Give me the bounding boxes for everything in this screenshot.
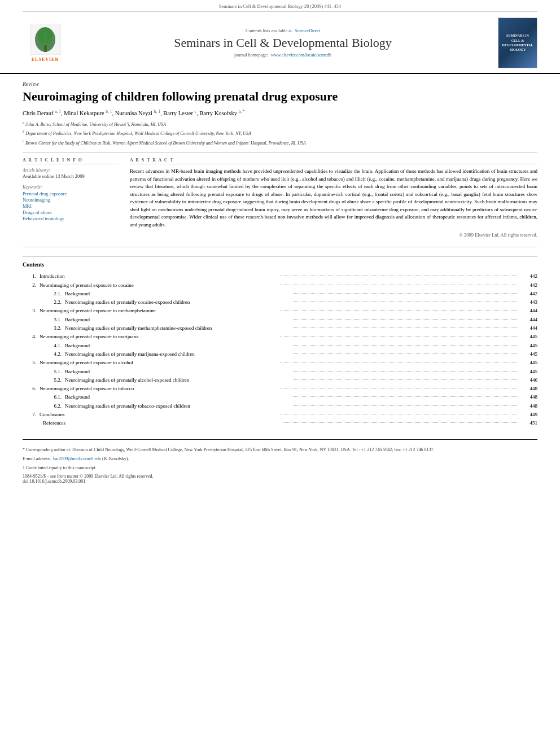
contents-title: Contents [23, 261, 537, 268]
copyright-line: © 2009 Elsevier Ltd. All rights reserved… [130, 232, 537, 238]
contributed-equally-note: 1 Contributed equally to this manuscript… [23, 465, 537, 471]
affiliation-1: a John A. Burns School of Medicine, Univ… [23, 120, 537, 128]
journal-center: Contents lists available at ScienceDirec… [68, 28, 498, 58]
article-info-col: A R T I C L E I N F O Article history: A… [23, 158, 119, 238]
abstract-text: Recent advances in MR-based brain imagin… [130, 168, 537, 229]
toc-item-4-1: 4.1. Background 445 [23, 342, 537, 350]
keyword-5: Behavioral teratology [23, 216, 119, 221]
toc-item-6-2: 6.2. Neuroimaging studies of prenatally … [23, 402, 537, 410]
history-label: Article history: [23, 168, 119, 173]
author-3: Nurunisa Neyzi b, 1 [115, 110, 160, 116]
available-online: Available online 13 March 2009 [23, 173, 119, 179]
contents-available-line: Contents lists available at ScienceDirec… [68, 28, 498, 33]
keyword-1: Prenatal drug exposure [23, 191, 119, 196]
keywords-section: Keywords: Prenatal drug exposure Neuroim… [23, 185, 119, 221]
journal-homepage: journal homepage: www.elsevier.com/locat… [68, 53, 498, 58]
elsevier-logo: ELSEVIER [23, 24, 68, 62]
toc-item-5-2: 5.2. Neuroimaging studies of prenatally … [23, 376, 537, 385]
toc-item-7: 7. Conclusions 449 [23, 410, 537, 419]
info-abstract-cols: A R T I C L E I N F O Article history: A… [23, 158, 537, 238]
keyword-4: Drugs of abuse [23, 209, 119, 215]
science-direct-link[interactable]: ScienceDirect [295, 28, 320, 33]
top-bar: Seminars in Cell & Developmental Biology… [23, 0, 537, 12]
footer-area: * Corresponding author at: Division of C… [23, 439, 537, 484]
journal-header: ELSEVIER Contents lists available at Sci… [0, 12, 560, 74]
toc-item-2-2: 2.2. Neuroimaging studies of prenatally … [23, 298, 537, 307]
contents-section: Contents 1. Introduction 442 2. Neuroima… [23, 256, 537, 427]
affiliation-2: b Department of Pediatrics, New York Pre… [23, 129, 537, 137]
keywords-label: Keywords: [23, 185, 119, 190]
toc-item-references: References 451 [23, 419, 537, 427]
elsevier-brand-text: ELSEVIER [23, 57, 68, 62]
article-history: Article history: Available online 13 Mar… [23, 168, 119, 179]
journal-citation: Seminars in Cell & Developmental Biology… [219, 3, 341, 9]
journal-title: Seminars in Cell & Developmental Biology [68, 36, 498, 50]
author-5: Barry Kosofsky b, * [199, 110, 245, 116]
elsevier-tree-icon [30, 24, 61, 55]
toc-item-3-2: 3.2. Neuroimaging studies of prenatally … [23, 324, 537, 333]
toc-item-5-1: 5.1. Background 445 [23, 368, 537, 376]
issn-line: 1084-9521/$ – see front matter © 2009 El… [23, 474, 537, 484]
toc-item-6: 6. Neuroimaging of prenatal exposure to … [23, 385, 537, 393]
toc-item-3-1: 3.1. Background 444 [23, 316, 537, 324]
corresponding-email[interactable]: bar2009@med.cornell.edu [53, 456, 101, 461]
journal-cover-image: SEMINARS IN CELL & DEVELOPMENTAL BIOLOGY [498, 18, 537, 68]
toc-item-6-1: 6.1. Background 448 [23, 393, 537, 401]
author-4: Barry Lester c [163, 110, 196, 116]
toc-item-1: 1. Introduction 442 [23, 272, 537, 281]
author-2: Minal Kekatpure b, 1 [64, 110, 112, 116]
toc-item-3: 3. Neuroimaging of prenatal exposure to … [23, 307, 537, 315]
toc-item-5: 5. Neuroimaging of prenatal exposure to … [23, 359, 537, 367]
main-content: Review Neuroimaging of children followin… [0, 74, 560, 495]
article-title: Neuroimaging of children following prena… [23, 89, 537, 104]
article-info-label: A R T I C L E I N F O [23, 158, 119, 164]
author-1: Chris Derauf a, 1 [23, 110, 61, 116]
toc-item-2: 2. Neuroimaging of prenatal exposure to … [23, 281, 537, 290]
affiliation-3: c Brown Center for the Study of Children… [23, 138, 537, 147]
toc-item-2-1: 2.1. Background 442 [23, 290, 537, 298]
corresponding-author-note: * Corresponding author at: Division of C… [23, 447, 537, 453]
email-note: E-mail address: bar2009@med.cornell.edu … [23, 456, 537, 462]
abstract-label: A B S T R A C T [130, 158, 537, 164]
journal-url[interactable]: www.elsevier.com/locate/semcdb [271, 53, 331, 58]
contents-divider [23, 247, 537, 247]
article-type-label: Review [23, 81, 537, 87]
affiliations: a John A. Burns School of Medicine, Univ… [23, 120, 537, 147]
authors-line: Chris Derauf a, 1, Minal Kekatpure b, 1,… [23, 108, 537, 116]
contents-table: 1. Introduction 442 2. Neuroimaging of p… [23, 272, 537, 427]
toc-item-4: 4. Neuroimaging of prenatal exposure to … [23, 333, 537, 341]
keyword-3: MRI [23, 203, 119, 209]
header-divider [23, 152, 537, 153]
page: Seminars in Cell & Developmental Biology… [0, 0, 560, 747]
toc-item-4-2: 4.2. Neuroimaging studies of prenatally … [23, 350, 537, 359]
abstract-col: A B S T R A C T Recent advances in MR-ba… [130, 158, 537, 238]
keyword-2: Neuroimaging [23, 197, 119, 203]
